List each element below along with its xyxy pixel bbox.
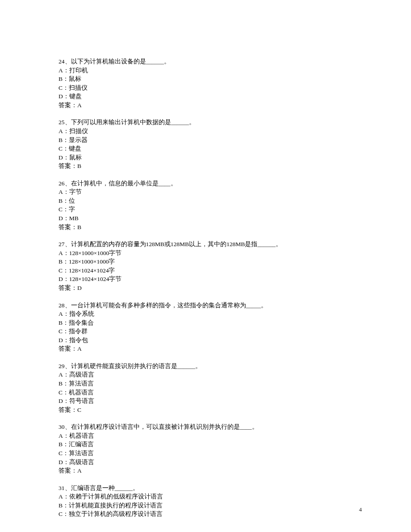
question-option: B：算法语言 [59,379,344,388]
question-block: 25、下列可以用来输出计算机中数据的是______。A：扫描仪B：显示器C：键盘… [59,118,344,170]
question-answer: 答案：B [59,162,344,171]
question-stem: 30、在计算机程序设计语言中，可以直接被计算机识别并执行的是____。 [59,423,344,431]
question-option: A：高级语言 [59,370,344,379]
question-block: 27、计算机配置的内存的容量为128MB或128MB以上，其中的128MB是指_… [59,240,344,292]
question-option: A：指令系统 [59,310,344,318]
question-option: B：指令集合 [59,318,344,327]
question-answer: 答案：B [59,223,344,232]
question-option: C：独立于计算机的高级程序设计语言 [59,510,344,519]
question-stem: 31、汇编语言是一种______。 [59,484,344,493]
question-stem: 26、在计算机中，信息的最小单位是____。 [59,179,344,188]
question-option: A：扫描仪 [59,127,344,136]
question-answer: 答案：A [59,466,344,475]
question-stem: 25、下列可以用来输出计算机中数据的是______。 [59,118,344,127]
question-option: C：机器语言 [59,388,344,397]
question-option: A：字节 [59,188,344,197]
question-block: 30、在计算机程序设计语言中，可以直接被计算机识别并执行的是____。A：机器语… [59,423,344,475]
question-option: B：鼠标 [59,75,344,84]
question-option: C：算法语言 [59,449,344,458]
question-option: C：指令群 [59,327,344,336]
page-number: 4 [359,506,362,514]
question-option: B：位 [59,197,344,205]
question-answer: 答案：D [59,284,344,293]
question-option: A：128×1000×1000字节 [59,249,344,258]
question-option: A：机器语言 [59,431,344,440]
question-block: 28、一台计算机可能会有多种多样的指令，这些指令的集合通常称为_____。A：指… [59,301,344,353]
question-block: 31、汇编语言是一种______。A：依赖于计算机的低级程序设计语言B：计算机能… [59,484,344,519]
question-stem: 24、以下为计算机输出设备的是______。 [59,57,344,66]
question-answer: 答案：A [59,344,344,353]
question-option: D：键盘 [59,92,344,101]
page-content: 24、以下为计算机输出设备的是______。A：打印机B：鼠标C：扫描仪D：键盘… [0,0,344,519]
question-option: D：指令包 [59,336,344,345]
question-option: D：鼠标 [59,153,344,162]
question-option: D：MB [59,214,344,223]
question-option: C：字 [59,205,344,214]
question-option: A：打印机 [59,66,344,75]
question-option: D：符号语言 [59,397,344,406]
question-answer: 答案：C [59,406,344,415]
question-option: C：键盘 [59,144,344,153]
question-answer: 答案：A [59,101,344,110]
question-option: C：128×1024×1024字 [59,266,344,275]
question-option: B：计算机能直接执行的程序设计语言 [59,501,344,510]
question-option: A：依赖于计算机的低级程序设计语言 [59,492,344,501]
question-option: B：128×1000×1000字 [59,257,344,266]
question-stem: 27、计算机配置的内存的容量为128MB或128MB以上，其中的128MB是指_… [59,240,344,249]
question-option: D：128×1024×1024字节 [59,275,344,284]
question-stem: 29、计算机硬件能直接识别并执行的语言是______。 [59,362,344,371]
question-option: B：显示器 [59,136,344,145]
question-block: 29、计算机硬件能直接识别并执行的语言是______。A：高级语言B：算法语言C… [59,362,344,414]
question-block: 24、以下为计算机输出设备的是______。A：打印机B：鼠标C：扫描仪D：键盘… [59,57,344,109]
question-option: D：高级语言 [59,458,344,467]
question-option: C：扫描仪 [59,84,344,92]
question-option: B：汇编语言 [59,440,344,449]
question-stem: 28、一台计算机可能会有多种多样的指令，这些指令的集合通常称为_____。 [59,301,344,310]
question-block: 26、在计算机中，信息的最小单位是____。A：字节B：位C：字D：MB答案：B [59,179,344,231]
